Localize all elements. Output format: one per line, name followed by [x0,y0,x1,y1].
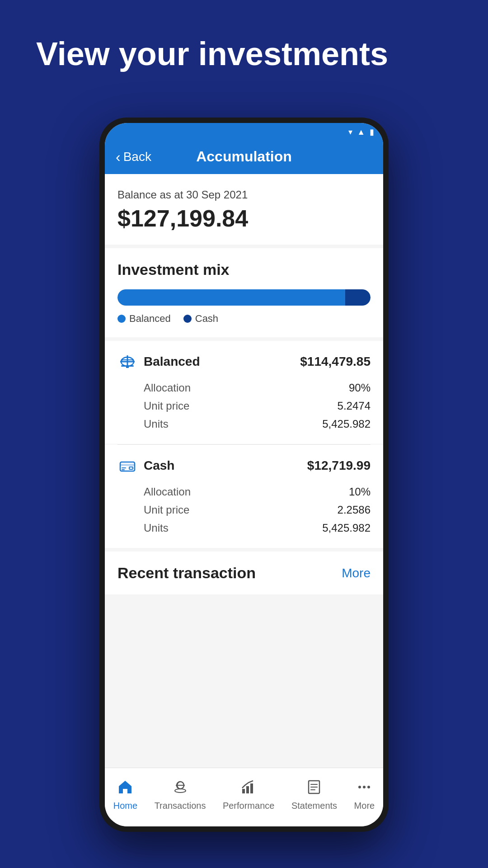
statements-icon [306,779,322,798]
cash-name-row: Cash [117,456,174,476]
balanced-unit-price-row: Unit price 5.2474 [144,397,371,415]
cash-unit-price-row: Unit price 2.2586 [144,501,371,519]
cash-units-value: 5,425.982 [322,522,371,534]
balanced-investment-item: Balanced $114,479.85 Allocation 90% Unit… [105,341,383,444]
balanced-unit-price-label: Unit price [144,400,189,412]
balanced-header: Balanced $114,479.85 [117,352,371,372]
balanced-legend-label: Balanced [129,313,171,325]
more-label: More [354,801,375,811]
investment-mix-bar [117,289,371,306]
cash-unit-price-label: Unit price [144,504,189,516]
page-headline: View your investments [36,36,452,72]
signal-icon: ▲ [357,127,365,137]
balanced-units-row: Units 5,425.982 [144,415,371,433]
balanced-units-value: 5,425.982 [322,418,371,430]
cash-unit-price-value: 2.2586 [338,504,371,516]
cash-allocation-label: Allocation [144,486,191,498]
balanced-dot [117,315,126,323]
balanced-allocation-row: Allocation 90% [144,379,371,397]
svg-rect-16 [242,789,245,793]
cash-bar [345,289,371,306]
cash-allocation-value: 10% [349,486,371,498]
battery-icon: ▮ [370,127,374,137]
wifi-icon: ▾ [348,127,352,137]
cash-dot [183,315,192,323]
balanced-name: Balanced [144,354,200,369]
balanced-name-row: Balanced [117,352,200,372]
back-button[interactable]: ‹ Back [116,150,151,164]
transactions-icon [172,779,188,798]
balanced-units-label: Units [144,418,169,430]
svg-point-25 [367,786,370,788]
balance-section: Balance as at 30 Sep 2021 $127,199.84 [105,174,383,245]
svg-rect-9 [120,464,135,466]
home-label: Home [113,801,137,811]
balance-amount: $127,199.84 [117,205,371,232]
svg-point-24 [363,786,366,788]
top-nav: ‹ Back Accumulation [105,141,383,174]
nav-transactions[interactable]: Transactions [149,775,211,815]
cash-icon [117,456,137,476]
recent-transactions-header: Recent transaction More [117,564,371,582]
back-chevron-icon: ‹ [116,150,121,164]
svg-point-23 [358,786,361,788]
cash-allocation-row: Allocation 10% [144,483,371,501]
performance-icon [240,779,257,798]
balanced-allocation-label: Allocation [144,382,191,394]
investment-mix-section: Investment mix Balanced Cash [105,248,383,337]
statements-label: Statements [291,801,337,811]
balanced-unit-price-value: 5.2474 [338,400,371,412]
more-transactions-link[interactable]: More [342,566,371,580]
nav-statements[interactable]: Statements [286,775,343,815]
svg-rect-17 [246,786,249,793]
svg-rect-18 [250,783,253,793]
bottom-nav: Home Transactions [105,768,383,826]
legend-cash: Cash [183,313,218,325]
phone-screen: ▾ ▲ ▮ ‹ Back Accumulation Balance as at … [105,123,383,826]
performance-label: Performance [223,801,275,811]
phone-frame: ▾ ▲ ▮ ‹ Back Accumulation Balance as at … [99,118,389,832]
nav-home[interactable]: Home [108,775,143,815]
cash-details: Allocation 10% Unit price 2.2586 Units 5… [117,483,371,537]
cash-investment-item: Cash $12,719.99 Allocation 10% Unit pric… [105,445,383,548]
recent-transactions-section: Recent transaction More [105,552,383,594]
content-area: Balance as at 30 Sep 2021 $127,199.84 In… [105,174,383,768]
balanced-icon [117,352,137,372]
nav-more[interactable]: More [349,775,380,815]
legend-balanced: Balanced [117,313,171,325]
cash-legend-label: Cash [195,313,218,325]
recent-transactions-title: Recent transaction [117,564,256,582]
status-bar: ▾ ▲ ▮ [105,123,383,141]
balanced-bar [117,289,345,306]
investment-items: Balanced $114,479.85 Allocation 90% Unit… [105,341,383,548]
cash-units-row: Units 5,425.982 [144,519,371,537]
cash-value: $12,719.99 [307,458,371,473]
nav-performance[interactable]: Performance [217,775,280,815]
svg-rect-12 [129,467,133,469]
investment-mix-title: Investment mix [117,261,371,278]
balanced-allocation-value: 90% [349,382,371,394]
cash-name: Cash [144,458,174,473]
cash-header: Cash $12,719.99 [117,456,371,476]
home-icon [117,779,133,798]
balance-label: Balance as at 30 Sep 2021 [117,189,371,201]
nav-title: Accumulation [196,148,292,165]
svg-rect-7 [121,365,134,367]
balanced-details: Allocation 90% Unit price 5.2474 Units 5… [117,379,371,433]
back-label: Back [123,150,151,164]
balanced-value: $114,479.85 [300,354,371,369]
more-icon [356,779,372,798]
legend: Balanced Cash [117,313,371,325]
cash-units-label: Units [144,522,169,534]
transactions-label: Transactions [155,801,206,811]
page-header: View your investments [0,0,488,90]
